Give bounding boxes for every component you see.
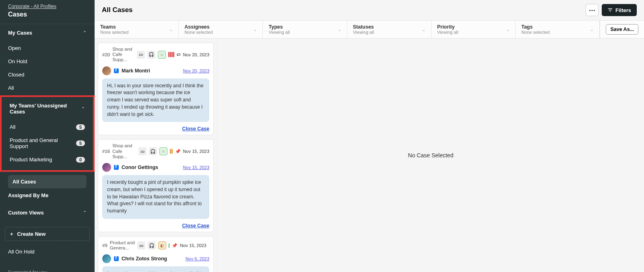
nav-all[interactable]: All	[0, 81, 95, 95]
card-date: Nov 15, 2023	[183, 149, 209, 154]
case-detail-panel: No Case Selected	[217, 39, 644, 272]
pin-icon: 📌	[172, 243, 178, 248]
headset-icon: 🎧	[149, 147, 157, 155]
message-bubble: I got my ice cream deluxe and was excite…	[102, 266, 209, 272]
chevron-down-icon: ⌄	[169, 27, 173, 32]
card-user-row: Chris Zotos Strong Nov 6, 2023	[102, 254, 209, 263]
card-user-row: Conor Gettings Nov 15, 2023	[102, 163, 209, 172]
count-badge: 5	[76, 140, 85, 146]
breadcrumb[interactable]: Corporate - All Profiles	[8, 4, 87, 9]
chevron-down-icon: ⌄	[253, 27, 257, 32]
sidebar-title: Cases	[8, 11, 87, 18]
close-case-link[interactable]: Close Case	[182, 126, 209, 132]
filter-assignees[interactable]: AssigneesNone selected ⌄	[179, 21, 263, 38]
custom-views-section[interactable]: Custom Views ⌃	[0, 204, 95, 221]
case-card[interactable]: #16 Shop and Cafe Supp... ▭ 🎧 ○ 📌 Nov 15…	[98, 139, 214, 232]
close-case-link[interactable]: Close Case	[182, 223, 209, 229]
avatar	[102, 66, 111, 75]
username: Conor Gettings	[122, 165, 158, 170]
content-area: #20 Shop and Cafe Supp... ▭ 🎧 ○ 🏷 Nov 20…	[95, 39, 644, 272]
unassigned-product-support[interactable]: Product and General Support 5	[2, 134, 93, 153]
avatar	[102, 163, 111, 172]
card-header: #20 Shop and Cafe Supp... ▭ 🎧 ○ 🏷 Nov 20…	[102, 47, 209, 63]
status-icon: ◐	[158, 241, 166, 249]
unassigned-all[interactable]: All 5	[2, 120, 93, 134]
save-as-button[interactable]: Save As...	[606, 24, 638, 35]
nav-all-on-hold[interactable]: All On Hold	[0, 245, 95, 258]
filter-bar: TeamsNone selected ⌄ AssigneesNone selec…	[95, 21, 644, 39]
main: All Cases ⋯ Filters TeamsNone selected ⌄…	[95, 0, 644, 272]
save-as-cell: Save As...	[600, 21, 644, 38]
unassigned-product-marketing[interactable]: Product Marketing 0	[2, 153, 93, 166]
case-number: #9	[102, 243, 107, 248]
chevron-down-icon: ⌄	[338, 27, 341, 32]
pin-icon: 📌	[175, 149, 181, 154]
empty-state-text: No Case Selected	[408, 152, 454, 159]
nav-open[interactable]: Open	[0, 41, 95, 55]
note-icon: ▭	[137, 241, 145, 249]
department-chip: Shop and Cafe Supp...	[112, 47, 134, 63]
my-cases-section[interactable]: My Cases ⌃	[0, 24, 95, 41]
case-number: #20	[102, 52, 110, 57]
filters-button[interactable]: Filters	[602, 4, 637, 16]
filter-tags[interactable]: TagsNone selected ⌄	[516, 21, 600, 38]
filter-teams[interactable]: TeamsNone selected ⌄	[95, 21, 179, 38]
card-date: Nov 15, 2023	[180, 243, 206, 248]
priority-bars-icon	[169, 243, 170, 248]
plus-icon: +	[10, 231, 13, 237]
chevron-up-icon: ⌃	[81, 106, 85, 111]
more-button[interactable]: ⋯	[586, 4, 599, 16]
header-actions: ⋯ Filters	[586, 4, 637, 16]
message-bubble: Hi, I was in your store recently and I t…	[102, 78, 209, 122]
department-chip: Shop and Cafe Supp...	[112, 143, 136, 159]
case-card[interactable]: #9 Product and Genera... ▭ 🎧 ◐ 📌 Nov 15,…	[98, 236, 214, 272]
chevron-down-icon: ⌄	[422, 27, 425, 32]
my-cases-label: My Cases	[8, 30, 32, 36]
message-date-link[interactable]: Nov 20, 2023	[183, 68, 209, 73]
username: Chris Zotos Strong	[122, 256, 167, 262]
ellipsis-icon: ⋯	[589, 6, 595, 14]
page-title: All Cases	[102, 6, 133, 14]
nav-on-hold[interactable]: On Hold	[0, 55, 95, 68]
case-number: #16	[102, 149, 110, 154]
card-user-row: Mark Montri Nov 20, 2023	[102, 66, 209, 75]
note-icon: ▭	[138, 147, 147, 155]
avatar	[102, 254, 111, 263]
card-header: #16 Shop and Cafe Supp... ▭ 🎧 ○ 📌 Nov 15…	[102, 143, 209, 159]
message-bubble: I recently bought a pint of pumpkin spik…	[102, 175, 209, 219]
unassigned-label: My Teams' Unassigned Cases	[10, 103, 81, 115]
nav-assigned-by-me[interactable]: Assigned By Me	[0, 188, 95, 204]
card-header: #9 Product and Genera... ▭ 🎧 ◐ 📌 Nov 15,…	[102, 240, 209, 251]
note-icon: ▭	[137, 51, 145, 59]
message-date-link[interactable]: Nov 15, 2023	[183, 165, 209, 170]
message-date-link[interactable]: Nov 6, 2023	[186, 256, 209, 261]
chevron-down-icon: ⌄	[590, 27, 594, 32]
unassigned-section-header[interactable]: My Teams' Unassigned Cases ⌃	[2, 97, 93, 120]
department-chip: Product and Genera...	[110, 240, 135, 251]
headset-icon: 🎧	[147, 51, 155, 59]
status-icon: ○	[159, 147, 167, 155]
filter-priority[interactable]: PriorityViewing all ⌄	[431, 21, 516, 38]
priority-bars-icon	[170, 149, 173, 154]
nav-closed[interactable]: Closed	[0, 68, 95, 81]
facebook-icon	[114, 165, 119, 170]
headset-icon: 🎧	[148, 241, 156, 249]
status-icon: ○	[158, 51, 166, 59]
filter-types[interactable]: TypesViewing all ⌄	[263, 21, 347, 38]
chevron-down-icon: ⌄	[506, 27, 510, 32]
sidebar-header: Corporate - All Profiles Cases	[0, 0, 95, 24]
filter-statuses[interactable]: StatusesViewing all ⌄	[347, 21, 431, 38]
card-date: Nov 20, 2023	[183, 52, 209, 57]
suggested-label: Suggested for you	[0, 268, 95, 272]
create-new-button[interactable]: + Create New	[5, 227, 90, 241]
chevron-up-icon: ⌃	[83, 210, 87, 215]
case-card[interactable]: #20 Shop and Cafe Supp... ▭ 🎧 ○ 🏷 Nov 20…	[98, 43, 214, 135]
header: All Cases ⋯ Filters	[95, 0, 644, 21]
tag-icon: 🏷	[177, 52, 181, 57]
facebook-icon	[114, 68, 119, 73]
filter-icon	[607, 7, 613, 13]
nav-all-cases[interactable]: All Cases	[8, 175, 87, 188]
sidebar: Corporate - All Profiles Cases My Cases …	[0, 0, 95, 272]
count-badge: 0	[76, 157, 85, 163]
case-list[interactable]: #20 Shop and Cafe Supp... ▭ 🎧 ○ 🏷 Nov 20…	[95, 39, 217, 272]
